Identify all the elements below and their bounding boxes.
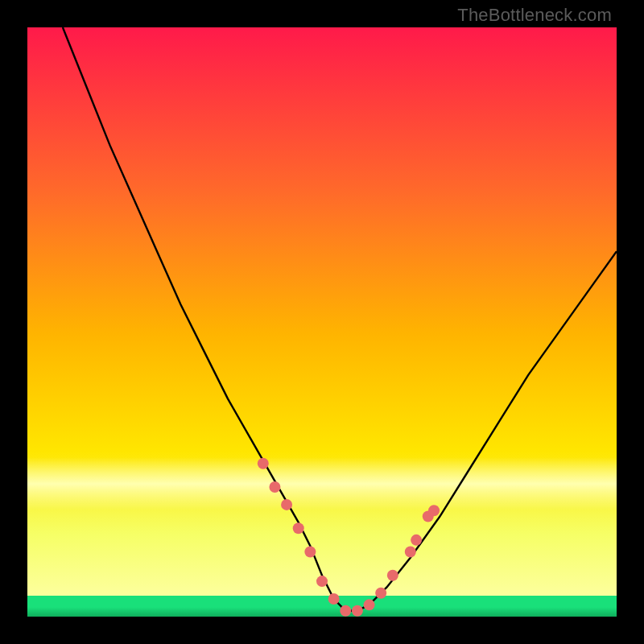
marker-dot	[316, 576, 328, 587]
marker-dot	[428, 505, 440, 516]
marker-dot	[405, 546, 416, 557]
marker-dot	[352, 605, 363, 617]
marker-dot	[269, 481, 280, 493]
marker-dot	[375, 588, 386, 599]
marker-dot	[258, 458, 269, 469]
marker-dot	[387, 570, 398, 581]
attribution-text: TheBottleneck.com	[457, 5, 612, 26]
marker-dot	[293, 522, 304, 534]
marker-dot	[328, 593, 340, 605]
marker-dot	[304, 546, 316, 557]
marker-dot	[281, 499, 292, 510]
plot-area	[27, 27, 617, 617]
curve-path	[63, 27, 617, 611]
marker-dot	[364, 599, 375, 610]
chart-frame: TheBottleneck.com	[0, 0, 644, 644]
marker-dot	[340, 605, 351, 617]
marker-dot	[411, 535, 422, 546]
bottleneck-curve	[27, 27, 617, 617]
